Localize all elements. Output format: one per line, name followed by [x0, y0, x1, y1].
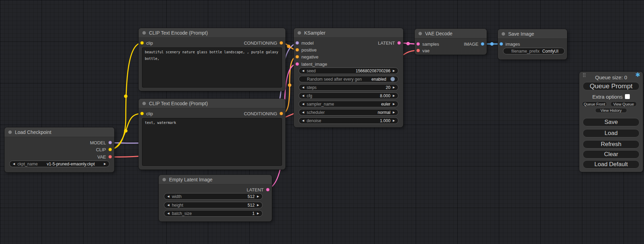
increment-arrow-icon[interactable]: ▶: [393, 94, 395, 97]
vae-output-dot[interactable]: [108, 155, 112, 159]
view-queue-button[interactable]: View Queue: [610, 101, 637, 107]
prompt-textarea[interactable]: beautiful scenery nature glass bottle la…: [142, 47, 282, 88]
clip-input-dot[interactable]: [140, 41, 144, 45]
increment-arrow-icon[interactable]: ▶: [393, 103, 395, 106]
refresh-button[interactable]: Refresh: [583, 140, 639, 148]
node-vae-decode[interactable]: VAE Decode samples IMAGE vae: [415, 29, 487, 55]
node-title: CLIP Text Encode (Prompt): [149, 30, 208, 36]
load-default-button[interactable]: Load Default: [583, 160, 639, 169]
node-titlebar[interactable]: Load Checkpoint: [5, 127, 114, 137]
decrement-arrow-icon[interactable]: ◀: [167, 195, 169, 198]
random-seed-toggle-widget[interactable]: Random seed after every gen enabled: [299, 76, 398, 82]
decrement-arrow-icon[interactable]: ◀: [302, 86, 304, 89]
node-titlebar[interactable]: CLIP Text Encode (Prompt): [139, 99, 285, 108]
load-button[interactable]: Load: [583, 129, 639, 137]
latent-output-dot[interactable]: [266, 188, 270, 191]
node-titlebar[interactable]: Save Image: [498, 29, 567, 39]
node-ksampler[interactable]: KSampler model LATENT positive negative …: [294, 28, 403, 127]
decrement-arrow-icon[interactable]: ◀: [302, 94, 304, 97]
node-titlebar[interactable]: KSampler: [294, 28, 403, 38]
scheduler-widget[interactable]: ◀ scheduler normal ▶: [299, 109, 398, 116]
decrement-arrow-icon[interactable]: ◀: [302, 70, 304, 72]
collapse-dot-icon[interactable]: [502, 32, 505, 36]
increment-arrow-icon[interactable]: ▶: [393, 86, 395, 89]
vae-input-dot[interactable]: [416, 49, 420, 52]
seed-widget[interactable]: ◀ seed 156680208700286 ▶: [299, 67, 398, 74]
input-label: clip: [146, 111, 153, 116]
input-label: model: [301, 40, 314, 46]
clear-button[interactable]: Clear: [583, 150, 639, 159]
node-title: Empty Latent Image: [169, 177, 212, 182]
model-input-dot[interactable]: [295, 41, 299, 45]
ckpt-name-widget[interactable]: ◀ ckpt_name v1-5-pruned-emaonly.ckpt ▶: [9, 161, 109, 167]
output-label: CONDITIONING: [244, 40, 277, 46]
widget-label: width: [172, 194, 182, 199]
queue-front-button[interactable]: Queue Front: [582, 101, 607, 107]
conditioning-output-dot[interactable]: [280, 112, 283, 115]
increment-arrow-icon[interactable]: ▶: [104, 163, 106, 165]
settings-gear-icon[interactable]: ✱: [635, 72, 640, 79]
node-titlebar[interactable]: CLIP Text Encode (Prompt): [139, 28, 285, 38]
node-clip-text-encode-positive[interactable]: CLIP Text Encode (Prompt) clip CONDITION…: [139, 28, 285, 91]
input-label: samples: [422, 42, 439, 47]
images-input-dot[interactable]: [500, 42, 503, 46]
toggle-dot-icon[interactable]: [390, 77, 395, 81]
clip-input-dot[interactable]: [140, 112, 144, 115]
conditioning-output-dot[interactable]: [280, 41, 283, 45]
output-label: LATENT: [378, 40, 395, 46]
node-title: CLIP Text Encode (Prompt): [149, 101, 208, 106]
collapse-dot-icon[interactable]: [142, 31, 146, 35]
view-history-button[interactable]: View History: [595, 108, 627, 113]
increment-arrow-icon[interactable]: ▶: [393, 70, 395, 72]
decrement-arrow-icon[interactable]: ◀: [167, 204, 169, 207]
sampler-name-widget[interactable]: ◀ sampler_name euler ▶: [299, 101, 398, 107]
save-button[interactable]: Save: [583, 118, 639, 126]
model-output-dot[interactable]: [108, 141, 112, 144]
collapse-dot-icon[interactable]: [162, 178, 166, 181]
output-model: MODEL: [90, 139, 112, 146]
image-output-dot[interactable]: [481, 42, 484, 46]
input-clip: clip: [140, 39, 153, 46]
increment-arrow-icon[interactable]: ▶: [393, 119, 395, 122]
denoise-widget[interactable]: ◀ denoise 1.000 ▶: [299, 117, 398, 124]
steps-widget[interactable]: ◀ steps 20 ▶: [299, 84, 398, 91]
output-label: IMAGE: [464, 42, 478, 47]
input-model: model: [295, 39, 314, 46]
increment-arrow-icon[interactable]: ▶: [257, 195, 259, 198]
increment-arrow-icon[interactable]: ▶: [257, 212, 259, 215]
node-empty-latent-image[interactable]: Empty Latent Image LATENT ◀ width 512 ▶ …: [159, 175, 272, 222]
cfg-widget[interactable]: ◀ cfg 8.000 ▶: [299, 92, 398, 99]
decrement-arrow-icon[interactable]: ◀: [13, 163, 15, 165]
node-clip-text-encode-negative[interactable]: CLIP Text Encode (Prompt) clip CONDITION…: [139, 99, 285, 170]
node-load-checkpoint[interactable]: Load Checkpoint MODEL CLIP VAE ◀ ckpt_na…: [5, 127, 114, 172]
collapse-dot-icon[interactable]: [8, 130, 12, 134]
batch-size-widget[interactable]: ◀ batch_size 1 ▶: [164, 210, 263, 217]
prompt-textarea[interactable]: text, watermark: [142, 118, 282, 166]
samples-input-dot[interactable]: [416, 42, 420, 46]
latent-image-input-dot[interactable]: [295, 62, 299, 66]
decrement-arrow-icon[interactable]: ◀: [302, 111, 304, 114]
height-widget[interactable]: ◀ height 512 ▶: [164, 202, 263, 208]
negative-input-dot[interactable]: [295, 55, 299, 58]
output-label: LATENT: [247, 187, 264, 192]
collapse-dot-icon[interactable]: [142, 102, 146, 105]
collapse-dot-icon[interactable]: [298, 31, 301, 35]
positive-input-dot[interactable]: [295, 48, 299, 52]
increment-arrow-icon[interactable]: ▶: [257, 204, 259, 207]
width-widget[interactable]: ◀ width 512 ▶: [164, 193, 263, 200]
input-positive: positive: [295, 46, 317, 53]
queue-prompt-button[interactable]: Queue Prompt: [583, 82, 639, 90]
filename-prefix-widget[interactable]: filename_prefix ComfyUI: [503, 48, 565, 54]
node-titlebar[interactable]: Empty Latent Image: [159, 175, 272, 184]
node-save-image[interactable]: Save Image images filename_prefix ComfyU…: [498, 29, 567, 60]
queue-panel-header: Queue size: 0: [579, 74, 643, 81]
extra-options-checkbox[interactable]: [625, 94, 630, 99]
node-titlebar[interactable]: VAE Decode: [415, 29, 487, 38]
increment-arrow-icon[interactable]: ▶: [393, 111, 395, 114]
collapse-dot-icon[interactable]: [418, 32, 422, 35]
decrement-arrow-icon[interactable]: ◀: [167, 212, 169, 215]
latent-output-dot[interactable]: [397, 41, 401, 45]
decrement-arrow-icon[interactable]: ◀: [302, 119, 304, 122]
clip-output-dot[interactable]: [108, 148, 112, 151]
decrement-arrow-icon[interactable]: ◀: [302, 103, 304, 106]
